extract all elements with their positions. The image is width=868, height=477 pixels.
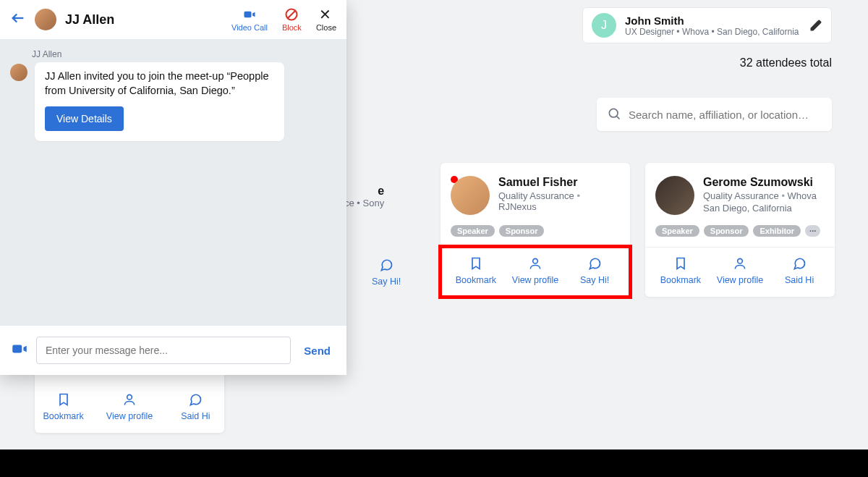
say-hi-fragment[interactable]: Say Hi! bbox=[372, 258, 401, 287]
view-profile-button[interactable]: View profile bbox=[512, 256, 558, 285]
chat-header: JJ Allen Video Call Block ✕ Close bbox=[0, 0, 346, 39]
svg-rect-6 bbox=[244, 12, 251, 17]
chat-icon bbox=[188, 392, 203, 407]
view-profile-button[interactable]: View profile bbox=[717, 256, 763, 285]
block-icon bbox=[284, 7, 299, 22]
said-hi-button[interactable]: Said Hi bbox=[172, 392, 218, 421]
chat-icon bbox=[587, 256, 602, 271]
message-text: JJ Allen invited you to join the meet-up… bbox=[45, 69, 274, 98]
current-user-card[interactable]: J John Smith UX Designer • Whova • San D… bbox=[582, 7, 832, 43]
tag-exhibitor: Exhibitor bbox=[753, 225, 801, 237]
video-camera-icon bbox=[242, 7, 257, 22]
video-call-button[interactable]: Video Call bbox=[231, 7, 268, 32]
attendee-card-fragment: e ce • Sony bbox=[344, 185, 384, 208]
message-row: JJ Allen invited you to join the meet-up… bbox=[10, 62, 336, 141]
svg-rect-9 bbox=[12, 345, 22, 353]
said-hi-button[interactable]: Said Hi bbox=[776, 256, 822, 285]
current-user-info: John Smith UX Designer • Whova • San Die… bbox=[625, 14, 801, 37]
person-icon bbox=[528, 256, 542, 271]
current-user-avatar: J bbox=[592, 13, 616, 38]
chat-input[interactable] bbox=[36, 337, 291, 364]
svg-line-1 bbox=[617, 117, 620, 119]
person-icon bbox=[733, 256, 747, 271]
bottom-black-bar bbox=[0, 449, 868, 477]
svg-line-8 bbox=[288, 10, 297, 19]
edit-icon[interactable] bbox=[809, 19, 822, 32]
svg-point-0 bbox=[609, 109, 618, 117]
chat-icon bbox=[792, 256, 807, 271]
current-user-meta: UX Designer • Whova • San Diego, Califor… bbox=[625, 27, 801, 37]
svg-point-4 bbox=[127, 394, 132, 400]
back-button[interactable] bbox=[10, 10, 26, 29]
say-hi-button[interactable]: Say Hi! bbox=[571, 256, 618, 285]
close-icon: ✕ bbox=[319, 7, 333, 22]
video-call-footer-button[interactable] bbox=[10, 339, 29, 361]
chat-header-actions: Video Call Block ✕ Close bbox=[231, 7, 336, 32]
close-button[interactable]: ✕ Close bbox=[316, 7, 336, 32]
attendee-name: Samuel Fisher bbox=[498, 176, 620, 189]
arrow-left-icon bbox=[10, 10, 26, 26]
message-avatar bbox=[10, 64, 27, 81]
attendee-name: Gerome Szumowski bbox=[703, 176, 817, 189]
attendee-avatar bbox=[451, 176, 490, 215]
attendee-location: San Diego, California bbox=[703, 203, 817, 214]
current-user-name: John Smith bbox=[625, 14, 801, 27]
attendee-card-actions: Bookmark View profile Say Hi! bbox=[441, 247, 630, 297]
bookmark-icon bbox=[673, 256, 688, 271]
chat-icon bbox=[379, 258, 393, 272]
bookmark-button[interactable]: Bookmark bbox=[453, 256, 499, 285]
attendee-card-fragment-actions: e Say Hi! bbox=[339, 258, 401, 287]
tag-speaker: Speaker bbox=[655, 225, 699, 237]
attendee-role: Quality AssuranceWhova bbox=[703, 190, 817, 201]
attendee-tags: Speaker Sponsor Exhibitor ··· bbox=[655, 225, 825, 237]
chat-contact-name: JJ Allen bbox=[65, 12, 223, 28]
attendee-card-actions: Bookmark View profile Said Hi bbox=[645, 247, 835, 297]
attendee-tags: Speaker Sponsor bbox=[451, 225, 620, 237]
attendee-role: Quality AssuranceRJNexus bbox=[498, 190, 620, 212]
svg-point-2 bbox=[533, 258, 538, 263]
attendee-avatar bbox=[655, 176, 694, 215]
message-sender-label: JJ Allen bbox=[32, 49, 336, 59]
attendee-card-gerome-szumowski: Gerome Szumowski Quality AssuranceWhova … bbox=[645, 163, 835, 297]
tag-more[interactable]: ··· bbox=[805, 225, 820, 237]
view-profile-button[interactable]: View profile bbox=[106, 392, 153, 421]
tag-sponsor: Sponsor bbox=[499, 225, 545, 237]
video-camera-icon bbox=[10, 339, 29, 358]
view-details-button[interactable]: View Details bbox=[45, 106, 124, 131]
tag-speaker: Speaker bbox=[451, 225, 495, 237]
bookmark-button[interactable]: Bookmark bbox=[41, 392, 87, 421]
chat-body: JJ Allen JJ Allen invited you to join th… bbox=[0, 39, 346, 326]
bookmark-icon bbox=[56, 392, 71, 407]
search-wrap bbox=[597, 98, 832, 131]
attendee-count: 32 attendees total bbox=[740, 56, 832, 69]
tag-sponsor: Sponsor bbox=[704, 225, 749, 237]
block-button[interactable]: Block bbox=[282, 7, 302, 32]
chat-panel: JJ Allen Video Call Block ✕ Close JJ All… bbox=[0, 0, 346, 375]
svg-point-3 bbox=[738, 258, 743, 263]
send-button[interactable]: Send bbox=[298, 345, 336, 357]
search-input[interactable] bbox=[597, 98, 832, 131]
attendee-card-actions: Bookmark View profile Said Hi bbox=[25, 384, 234, 433]
person-icon bbox=[122, 392, 137, 407]
chat-footer: Send bbox=[0, 326, 346, 375]
bookmark-button[interactable]: Bookmark bbox=[658, 256, 704, 285]
message-bubble: JJ Allen invited you to join the meet-up… bbox=[35, 62, 284, 141]
search-icon bbox=[607, 106, 621, 121]
chat-contact-avatar bbox=[35, 9, 56, 30]
attendee-card-samuel-fisher: Samuel Fisher Quality AssuranceRJNexus S… bbox=[441, 163, 630, 297]
bookmark-icon bbox=[469, 256, 483, 271]
